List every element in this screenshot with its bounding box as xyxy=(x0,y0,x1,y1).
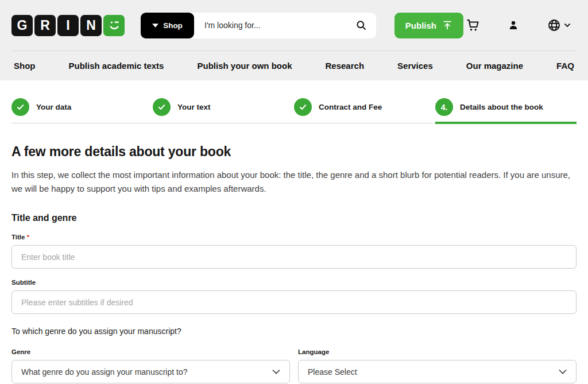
nav-item-publish-your-own-book[interactable]: Publish your own book xyxy=(197,61,292,71)
nav-item-services[interactable]: Services xyxy=(397,61,433,71)
check-icon xyxy=(298,102,308,112)
smiley-icon xyxy=(106,17,122,33)
cart-icon xyxy=(466,18,479,32)
nav-item-publish-academic-texts[interactable]: Publish academic texts xyxy=(69,61,164,71)
header-icon-group xyxy=(463,16,577,34)
user-icon xyxy=(507,19,520,32)
step-label: Your text xyxy=(177,103,211,111)
language-select-value: Please Select xyxy=(308,367,357,377)
genre-field-label: Genre xyxy=(11,348,290,355)
subtitle-label-text: Subtitle xyxy=(11,279,36,286)
wizard-stepper: Your data Your text Contract and Fee 4. … xyxy=(11,98,577,123)
chevron-down-icon xyxy=(559,369,567,374)
step-label: Details about the book xyxy=(460,103,543,111)
genre-language-row: Genre What genre do you assign your manu… xyxy=(11,338,577,383)
genre-select-value: What genre do you assign your manuscript… xyxy=(21,367,188,377)
language-field: Language Please Select xyxy=(298,338,577,383)
step-circle-done xyxy=(294,98,312,116)
genre-field: Genre What genre do you assign your manu… xyxy=(11,338,290,383)
nav-item-research[interactable]: Research xyxy=(326,61,365,71)
step-number: 4. xyxy=(441,103,448,112)
chevron-down-icon xyxy=(272,369,280,374)
subtitle-input[interactable] xyxy=(11,290,577,314)
upload-icon xyxy=(442,20,452,30)
check-icon xyxy=(157,102,167,112)
logo-letter: N xyxy=(86,18,96,33)
search-icon xyxy=(355,20,367,31)
step-circle-done xyxy=(11,98,29,116)
step-your-data[interactable]: Your data xyxy=(11,98,153,123)
search-bar: Shop xyxy=(141,13,376,38)
logo-letter-tile: I xyxy=(57,15,79,36)
main-navigation: Shop Publish academic texts Publish your… xyxy=(0,51,588,80)
language-select[interactable]: Please Select xyxy=(298,360,577,383)
logo-letter-tile: N xyxy=(80,15,102,36)
globe-icon xyxy=(547,18,561,32)
cart-button[interactable] xyxy=(463,16,482,34)
subtitle-field-label: Subtitle xyxy=(11,279,577,286)
step-circle-done xyxy=(153,98,171,116)
genre-select[interactable]: What genre do you assign your manuscript… xyxy=(11,360,290,383)
caret-down-icon xyxy=(152,24,158,28)
search-input[interactable] xyxy=(194,13,352,38)
shop-dropdown-label: Shop xyxy=(163,21,183,30)
step-label: Contract and Fee xyxy=(319,103,382,111)
logo-letter-tile: R xyxy=(34,15,56,36)
logo-letter: G xyxy=(17,18,28,33)
account-button[interactable] xyxy=(505,17,522,34)
step-your-text[interactable]: Your text xyxy=(153,98,294,123)
title-label-text: Title xyxy=(11,234,25,241)
shop-dropdown-button[interactable]: Shop xyxy=(141,13,194,38)
required-asterisk: * xyxy=(27,234,29,241)
genre-question: To which genre do you assign your manusc… xyxy=(11,327,577,336)
title-input[interactable] xyxy=(11,245,577,269)
title-field-label: Title * xyxy=(11,234,577,241)
logo-letter-tile: G xyxy=(11,15,33,36)
step-label: Your data xyxy=(36,103,71,111)
page-content: Your data Your text Contract and Fee 4. … xyxy=(0,98,588,383)
check-icon xyxy=(16,102,25,112)
nav-item-faq[interactable]: FAQ xyxy=(556,61,574,71)
chevron-down-icon xyxy=(564,23,571,28)
nav-item-our-magazine[interactable]: Our magazine xyxy=(466,61,523,71)
header: G R I N Shop xyxy=(0,0,588,51)
step-contract-and-fee[interactable]: Contract and Fee xyxy=(294,98,435,123)
page-title: A few more details about your book xyxy=(11,144,577,160)
nav-item-shop[interactable]: Shop xyxy=(14,61,36,71)
language-field-label: Language xyxy=(298,348,577,355)
language-switcher-button[interactable] xyxy=(545,16,573,34)
intro-text: In this step, we collect the most import… xyxy=(11,168,577,196)
top-bar: G R I N Shop xyxy=(0,0,588,80)
logo-smiley-tile xyxy=(103,15,125,36)
logo-letter: I xyxy=(66,18,69,33)
step-circle-current: 4. xyxy=(435,98,453,116)
publish-button-label: Publish xyxy=(405,21,436,30)
step-details-about-the-book[interactable]: 4. Details about the book xyxy=(435,98,577,123)
grin-logo[interactable]: G R I N xyxy=(11,15,125,36)
publish-button[interactable]: Publish xyxy=(394,13,463,38)
logo-letter: R xyxy=(40,18,50,33)
section-title: Title and genre xyxy=(11,213,577,223)
search-submit-button[interactable] xyxy=(352,20,376,31)
